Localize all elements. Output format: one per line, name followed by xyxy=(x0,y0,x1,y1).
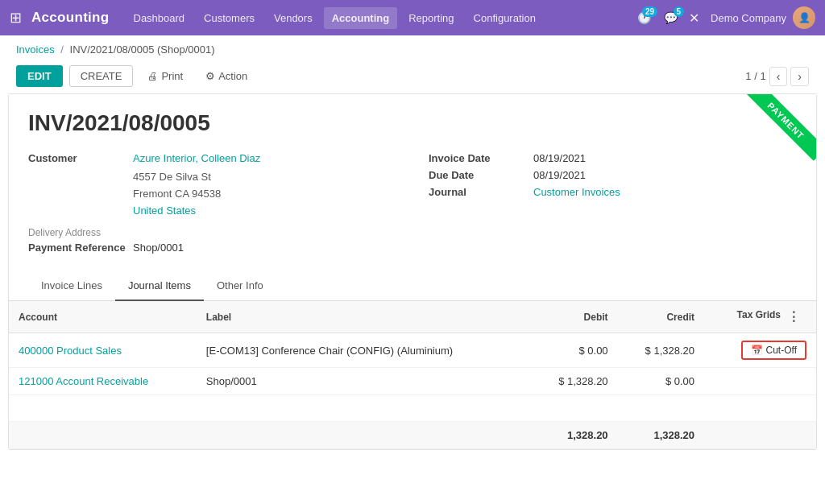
col-tax-grids: Tax Grids ⋮ xyxy=(704,301,816,333)
tab-invoice-lines[interactable]: Invoice Lines xyxy=(28,271,115,301)
total-credit: 1,328.20 xyxy=(618,422,704,449)
payment-reference-value: Shop/0001 xyxy=(133,242,184,254)
breadcrumb-separator: / xyxy=(60,43,64,56)
print-icon: 🖨 xyxy=(147,70,158,82)
nav-accounting[interactable]: Accounting xyxy=(324,7,398,29)
close-icon[interactable]: ✕ xyxy=(689,10,699,26)
col-debit: Debit xyxy=(531,301,617,333)
row2-tax-grids xyxy=(704,368,816,395)
nav-configuration[interactable]: Configuration xyxy=(466,7,544,29)
pagination-prev[interactable]: ‹ xyxy=(769,67,788,86)
payment-reference-row: Payment Reference Shop/0001 xyxy=(28,242,396,254)
action-button[interactable]: ⚙ Action xyxy=(197,66,255,86)
customer-name-link[interactable]: Azure Interior, Colleen Diaz xyxy=(133,152,260,164)
table-row: 121000 Account Receivable Shop/0001 $ 1,… xyxy=(9,368,816,395)
due-date-value: 08/19/2021 xyxy=(533,169,586,181)
payment-banner: PAYMENT xyxy=(736,94,816,175)
row2-account: 121000 Account Receivable xyxy=(9,368,197,395)
calendar-icon: 📅 xyxy=(751,345,763,356)
address-line1: 4557 De Silva St xyxy=(133,169,396,186)
breadcrumb-current: INV/2021/08/0005 (Shop/0001) xyxy=(70,43,215,56)
top-navigation: ⊞ Accounting Dashboard Customers Vendors… xyxy=(0,0,825,35)
scroll-container[interactable]: PAYMENT INV/2021/08/0005 Customer Azure … xyxy=(9,94,816,449)
app-brand: Accounting xyxy=(31,10,110,26)
total-debit: 1,328.20 xyxy=(531,422,617,449)
pagination-next[interactable]: › xyxy=(790,67,809,86)
grid-icon[interactable]: ⊞ xyxy=(10,9,22,27)
invoice-header: INV/2021/08/0005 Customer Azure Interior… xyxy=(9,94,816,271)
totals-empty3 xyxy=(704,422,816,449)
nav-reporting[interactable]: Reporting xyxy=(400,7,462,29)
row2-label: Shop/0001 xyxy=(197,368,531,395)
customer-address: 4557 De Silva St Fremont CA 94538 United… xyxy=(133,169,396,219)
table-header-row: Account Label Debit Credit Tax Grids ⋮ xyxy=(9,301,816,333)
delivery-address-label: Delivery Address xyxy=(28,227,396,238)
journal-row: Journal Customer Invoices xyxy=(429,186,797,198)
nav-customers[interactable]: Customers xyxy=(196,7,263,29)
breadcrumb-parent[interactable]: Invoices xyxy=(16,43,55,56)
tab-other-info[interactable]: Other Info xyxy=(204,271,276,301)
customer-value: Azure Interior, Colleen Diaz xyxy=(133,152,260,164)
totals-empty2 xyxy=(197,422,531,449)
nav-vendors[interactable]: Vendors xyxy=(266,7,321,29)
col-label: Label xyxy=(197,301,531,333)
address-line2: Fremont CA 94538 xyxy=(133,186,396,203)
row2-credit: $ 0.00 xyxy=(618,368,704,395)
customer-label: Customer xyxy=(28,152,133,164)
invoice-fields: Customer Azure Interior, Colleen Diaz 45… xyxy=(28,152,797,258)
pagination: 1 / 1 ‹ › xyxy=(745,67,809,86)
row1-tax-grids: 📅 Cut-Off xyxy=(704,333,816,368)
totals-row: 1,328.20 1,328.20 xyxy=(9,422,816,449)
invoice-date-value: 08/19/2021 xyxy=(533,152,586,164)
payment-status-badge: PAYMENT xyxy=(746,94,816,161)
nav-dashboard[interactable]: Dashboard xyxy=(126,7,193,29)
create-button[interactable]: CREATE xyxy=(69,65,134,87)
table-more-icon[interactable]: ⋮ xyxy=(781,309,806,324)
empty-spacer-row xyxy=(9,395,816,422)
cutoff-label: Cut-Off xyxy=(766,345,797,356)
company-name: Demo Company xyxy=(711,12,786,24)
topnav-right: 🕐29 💬5 ✕ Demo Company 👤 xyxy=(637,6,815,29)
gear-icon: ⚙ xyxy=(205,70,215,82)
address-line3: United States xyxy=(133,203,396,220)
edit-button[interactable]: EDIT xyxy=(16,65,63,87)
tab-journal-items[interactable]: Journal Items xyxy=(115,271,204,301)
customer-field-row: Customer Azure Interior, Colleen Diaz xyxy=(28,152,396,164)
invoice-title: INV/2021/08/0005 xyxy=(28,110,797,136)
activities-badge[interactable]: 🕐29 xyxy=(637,11,651,24)
user-avatar[interactable]: 👤 xyxy=(793,6,815,29)
row2-account-link[interactable]: 121000 Account Receivable xyxy=(19,375,148,387)
breadcrumb: Invoices / INV/2021/08/0005 (Shop/0001) xyxy=(0,35,825,60)
invoice-date-label: Invoice Date xyxy=(429,152,533,164)
print-button[interactable]: 🖨 Print xyxy=(139,66,191,86)
payment-reference-label: Payment Reference xyxy=(28,242,133,254)
journal-link[interactable]: Customer Invoices xyxy=(533,186,620,198)
activities-count: 29 xyxy=(642,6,657,17)
journal-table: Account Label Debit Credit Tax Grids ⋮ 4… xyxy=(9,301,816,449)
messages-count: 5 xyxy=(674,6,685,17)
journal-label: Journal xyxy=(429,186,533,198)
row1-debit: $ 0.00 xyxy=(531,333,617,368)
row1-account: 400000 Product Sales xyxy=(9,333,197,368)
main-content: PAYMENT INV/2021/08/0005 Customer Azure … xyxy=(8,93,817,450)
messages-badge[interactable]: 💬5 xyxy=(664,11,678,24)
totals-empty1 xyxy=(9,422,197,449)
row1-credit: $ 1,328.20 xyxy=(618,333,704,368)
table-area: Account Label Debit Credit Tax Grids ⋮ 4… xyxy=(9,301,816,449)
cutoff-button[interactable]: 📅 Cut-Off xyxy=(741,341,806,360)
col-credit: Credit xyxy=(618,301,704,333)
row1-account-link[interactable]: 400000 Product Sales xyxy=(19,345,122,357)
table-row: 400000 Product Sales [E-COM13] Conferenc… xyxy=(9,333,816,368)
row2-debit: $ 1,328.20 xyxy=(531,368,617,395)
pagination-text: 1 / 1 xyxy=(745,70,765,82)
invoice-fields-left: Customer Azure Interior, Colleen Diaz 45… xyxy=(28,152,396,258)
due-date-label: Due Date xyxy=(429,169,533,181)
print-label: Print xyxy=(161,70,183,82)
country-link[interactable]: United States xyxy=(133,204,196,217)
nav-links: Dashboard Customers Vendors Accounting R… xyxy=(126,7,638,29)
journal-value: Customer Invoices xyxy=(533,186,620,198)
action-label: Action xyxy=(218,70,247,82)
col-account: Account xyxy=(9,301,197,333)
toolbar: EDIT CREATE 🖨 Print ⚙ Action 1 / 1 ‹ › xyxy=(0,60,825,93)
tabs: Invoice Lines Journal Items Other Info xyxy=(9,271,816,301)
